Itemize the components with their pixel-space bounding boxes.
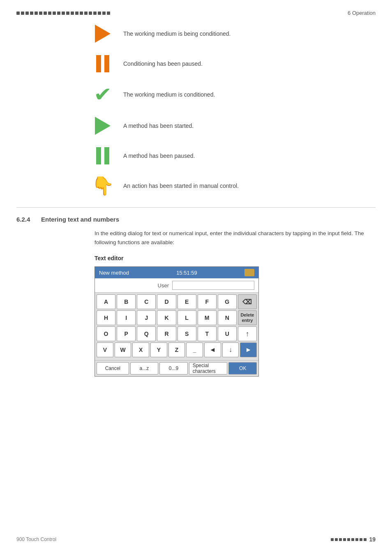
checkmark-green-icon: ✔ [90,85,115,104]
section-heading: 6.2.4 Entering text and numbers [16,216,376,223]
num-button[interactable]: 0...9 [159,362,188,375]
right-arrow-key[interactable]: ► [240,342,257,357]
key-V[interactable]: V [97,342,113,357]
section-body: In the editing dialog for text or numeri… [95,229,376,247]
key-T[interactable]: T [198,326,217,341]
key-U[interactable]: U [218,326,237,341]
section-title: Entering text and numbers [41,216,119,223]
key-X[interactable]: X [132,342,149,357]
key-J[interactable]: J [137,310,156,325]
editor-header: New method 15:51:59 [95,267,258,278]
icon-text-1: The working medium is being conditioned. [123,30,231,37]
key-R[interactable]: R [157,326,176,341]
play-orange-icon [90,25,115,43]
text-editor-dialog: New method 15:51:59 User A B C D E F G ⌫… [95,266,259,377]
editor-input-field[interactable] [172,281,254,290]
key-F[interactable]: F [198,294,217,309]
footer-product: 900 Touch Control [16,536,56,542]
keyboard-row-4: V W X Y Z _ ◄ ↓ ► [97,342,257,357]
keyboard-row-2: H I J K L M N Deleteentry [97,310,257,325]
backspace-key[interactable]: ⌫ [238,294,257,309]
key-K[interactable]: K [157,310,176,325]
key-E[interactable]: E [178,294,196,309]
footer-dots [331,538,367,541]
icon-row-1: The working medium is being conditioned. [90,25,392,43]
pause-green-icon [90,147,115,164]
play-green-icon [90,117,115,135]
icon-text-6: An action has been started in manual con… [123,183,239,189]
section-number: 6.2.4 [16,216,41,223]
key-S[interactable]: S [178,326,196,341]
footer-page: 19 [369,536,376,543]
key-I[interactable]: I [117,310,136,325]
key-N[interactable]: N [218,310,237,325]
hand-green-icon: 👇 [90,177,115,195]
delete-entry-key[interactable]: Deleteentry [238,310,257,325]
section-label: 6 Operation [348,10,376,16]
icon-row-4: A method has been started. [90,117,392,135]
icon-row-3: ✔ The working medium is conditioned. [90,85,392,104]
icon-row-5: A method has been paused. [90,147,392,164]
icon-row-2: Conditioning has been paused. [90,55,392,72]
key-space[interactable]: _ [186,342,203,357]
key-C[interactable]: C [137,294,156,309]
keyboard-row-1: A B C D E F G ⌫ [97,294,257,309]
key-O[interactable]: O [97,326,115,341]
icon-text-2: Conditioning has been paused. [123,60,203,67]
keyboard-row-3: O P Q R S T U ↑ [97,326,257,341]
section-divider [16,207,376,208]
special-characters-button[interactable]: Special characters [189,362,228,375]
down-arrow-key[interactable]: ↓ [222,342,239,357]
cancel-button[interactable]: Cancel [97,362,129,375]
editor-bottom-bar: Cancel a...z 0...9 Special characters OK [95,360,258,376]
key-M[interactable]: M [198,310,217,325]
key-Y[interactable]: Y [150,342,167,357]
editor-input-row: User [95,278,258,293]
left-arrow-key[interactable]: ◄ [204,342,221,357]
key-B[interactable]: B [117,294,136,309]
editor-input-label: User [158,282,169,289]
pause-orange-icon [90,55,115,72]
editor-icon [244,269,254,276]
footer-right: 19 [331,536,376,543]
ok-button[interactable]: OK [228,362,257,375]
subsection-label: Text editor [95,255,376,261]
up-arrow-key[interactable]: ↑ [238,326,257,341]
icon-text-3: The working medium is conditioned. [123,91,215,98]
key-Z[interactable]: Z [168,342,185,357]
key-W[interactable]: W [115,342,131,357]
key-D[interactable]: D [157,294,176,309]
icon-text-4: A method has been started. [123,123,194,129]
key-A[interactable]: A [97,294,115,309]
key-L[interactable]: L [178,310,196,325]
key-G[interactable]: G [218,294,237,309]
key-H[interactable]: H [97,310,115,325]
key-P[interactable]: P [117,326,136,341]
az-button[interactable]: a...z [130,362,159,375]
icon-row-6: 👇 An action has been started in manual c… [90,177,392,195]
icon-text-5: A method has been paused. [123,153,195,159]
editor-keyboard: A B C D E F G ⌫ H I J K L M N Deleteentr… [95,293,258,360]
header-decoration [16,12,110,15]
editor-time: 15:51:59 [176,270,197,276]
footer: 900 Touch Control 19 [16,536,376,543]
editor-title: New method [99,270,129,276]
key-Q[interactable]: Q [137,326,156,341]
